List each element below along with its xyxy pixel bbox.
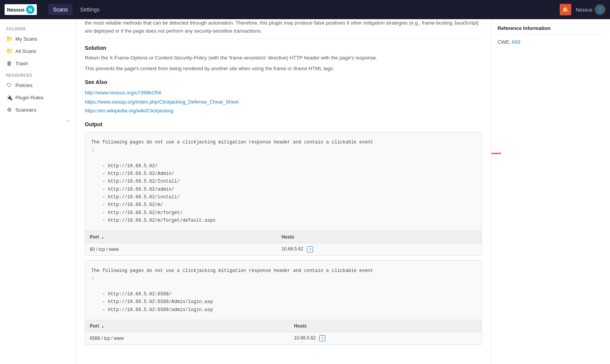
table-row: 80 / tcp / www 10.68.5.62 ↗ bbox=[85, 243, 481, 255]
output-table-0: Port ▲ Hosts 80 / tcp / www bbox=[85, 231, 481, 255]
topnav-links: Scans Settings bbox=[48, 4, 560, 15]
output-heading: Output bbox=[85, 121, 482, 127]
trash-label: Trash bbox=[15, 61, 28, 66]
output-block-1: The following pages do not use a clickja… bbox=[85, 260, 482, 345]
logo-wordmark: Nessus bbox=[7, 7, 25, 13]
external-link-icon-0[interactable]: ↗ bbox=[307, 246, 313, 252]
output-code-1: The following pages do not use a clickja… bbox=[85, 261, 481, 320]
plugin-rules-label: Plugin Rules bbox=[15, 95, 43, 100]
user-menu[interactable]: Nessus 👤 bbox=[576, 4, 605, 15]
sidebar-item-scanners[interactable]: ⚙ Scanners bbox=[0, 104, 75, 116]
sidebar-collapse-button[interactable]: « bbox=[0, 116, 75, 126]
topnav: Nessus N Scans Settings 🔔 Nessus 👤 bbox=[0, 0, 610, 19]
port-value-0: 80 / tcp / www bbox=[85, 243, 277, 255]
my-scans-label: My Scans bbox=[15, 36, 37, 42]
output-section: Output The following pages do not use a … bbox=[85, 121, 482, 345]
solution-heading: Solution bbox=[85, 45, 482, 51]
main-panel[interactable]: the most reliable methods that can be de… bbox=[76, 19, 491, 364]
solution-text-2: This prevents the page's content from be… bbox=[85, 65, 482, 73]
cwe-link[interactable]: 693 bbox=[512, 39, 521, 45]
sidebar-item-policies[interactable]: 🛡 Policies bbox=[0, 79, 75, 91]
username-label: Nessus bbox=[576, 7, 592, 13]
sort-arrow-port-0: ▲ bbox=[101, 236, 104, 239]
policies-icon: 🛡 bbox=[6, 82, 12, 88]
see-also-heading: See Also bbox=[85, 79, 482, 85]
notification-button[interactable]: 🔔 bbox=[560, 4, 571, 15]
resources-label: RESOURCES bbox=[0, 69, 75, 79]
trash-icon: 🗑 bbox=[6, 60, 12, 66]
col-hosts-1: Hosts bbox=[289, 320, 481, 332]
folders-label: FOLDERS bbox=[0, 23, 75, 33]
content-scroll: the most reliable methods that can be de… bbox=[76, 19, 491, 364]
col-port-0[interactable]: Port ▲ bbox=[85, 231, 277, 243]
sidebar-item-trash[interactable]: 🗑 Trash bbox=[0, 57, 75, 69]
red-arrow-annotation bbox=[491, 146, 503, 162]
solution-text-1: Return the X-Frame-Options or Content-Se… bbox=[85, 54, 482, 62]
scanners-icon: ⚙ bbox=[6, 107, 12, 113]
output-code-0: The following pages do not use a clickja… bbox=[85, 132, 481, 231]
see-also-section: See Also http://www.nessus.org/u?399b1f5… bbox=[85, 79, 482, 115]
policies-label: Policies bbox=[15, 82, 33, 88]
all-scans-icon: 📁 bbox=[6, 48, 12, 54]
output-block-0: The following pages do not use a clickja… bbox=[85, 132, 482, 255]
solution-section: Solution Return the X-Frame-Options or C… bbox=[85, 45, 482, 73]
host-value-1: 10.68.5.62 ↗ bbox=[289, 332, 481, 345]
table-row: 6588 / tcp / www 10.68.5.62 ↗ bbox=[85, 332, 481, 345]
plugin-rules-icon: 🔌 bbox=[6, 94, 12, 100]
all-scans-label: All Scans bbox=[15, 48, 36, 54]
output-table-1: Port ▲ Hosts 6588 / tcp / www bbox=[85, 320, 481, 344]
main-layout: FOLDERS 📁 My Scans 📁 All Scans 🗑 Trash R… bbox=[0, 19, 610, 364]
sort-arrow-port-1: ▲ bbox=[101, 324, 104, 328]
host-value-0: 10.68.5.62 ↗ bbox=[277, 243, 481, 255]
col-hosts-0: Hosts bbox=[277, 231, 481, 243]
logo-text: Nessus N bbox=[5, 4, 37, 15]
scanners-label: Scanners bbox=[15, 107, 36, 113]
external-link-icon-1[interactable]: ↗ bbox=[319, 335, 325, 341]
intro-text: the most reliable methods that can be de… bbox=[85, 19, 482, 39]
content-area: the most reliable methods that can be de… bbox=[76, 19, 610, 364]
sidebar: FOLDERS 📁 My Scans 📁 All Scans 🗑 Trash R… bbox=[0, 19, 76, 364]
col-port-1[interactable]: Port ▲ bbox=[85, 320, 289, 332]
see-also-link-2[interactable]: https://en.wikipedia.org/wiki/Clickjacki… bbox=[85, 106, 482, 115]
logo-n-badge: N bbox=[26, 5, 35, 14]
user-avatar: 👤 bbox=[595, 4, 605, 15]
reference-panel: Reference Information CWE: 693 bbox=[491, 19, 610, 364]
sidebar-item-plugin-rules[interactable]: 🔌 Plugin Rules bbox=[0, 91, 75, 104]
sidebar-item-all-scans[interactable]: 📁 All Scans bbox=[0, 45, 75, 57]
my-scans-icon: 📁 bbox=[6, 36, 12, 42]
cwe-item: CWE: 693 bbox=[498, 39, 604, 45]
see-also-link-1[interactable]: https://www.owasp.org/index.php/Clickjac… bbox=[85, 97, 482, 106]
reference-heading: Reference Information bbox=[498, 25, 604, 35]
see-also-link-0[interactable]: http://www.nessus.org/u?399b1f56 bbox=[85, 88, 482, 97]
port-value-1: 6588 / tcp / www bbox=[85, 332, 289, 345]
logo-area: Nessus N bbox=[5, 4, 39, 15]
nav-settings[interactable]: Settings bbox=[76, 4, 104, 15]
cwe-label: CWE: bbox=[498, 39, 511, 45]
nav-scans[interactable]: Scans bbox=[48, 4, 73, 15]
sidebar-item-my-scans[interactable]: 📁 My Scans bbox=[0, 33, 75, 45]
topnav-right: 🔔 Nessus 👤 bbox=[560, 4, 605, 15]
